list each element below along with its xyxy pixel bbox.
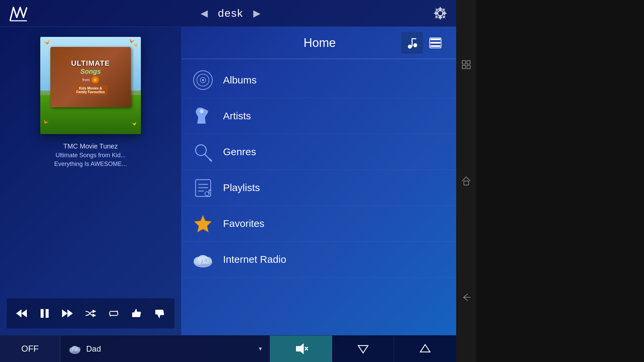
- home-header: Home: [181, 27, 456, 59]
- svg-rect-9: [155, 310, 157, 314]
- svg-point-11: [413, 43, 417, 47]
- svg-point-21: [202, 79, 204, 81]
- playback-controls: [7, 298, 174, 328]
- mute-button[interactable]: [270, 336, 332, 362]
- settings-button[interactable]: [431, 4, 449, 22]
- svg-marker-33: [195, 216, 211, 232]
- svg-rect-52: [462, 65, 466, 69]
- album-art-line3: from: [83, 78, 90, 82]
- status-bar: OFF ♪ Dad ▼: [0, 335, 456, 362]
- svg-point-23: [196, 145, 206, 156]
- left-panel: ULTIMATE Songs from O Kids Movies & Fami…: [0, 27, 181, 335]
- main-app: ◀ desk ▶: [0, 0, 456, 362]
- shuffle-button[interactable]: [83, 305, 99, 322]
- svg-rect-4: [41, 309, 44, 318]
- nav-center: ◀ desk ▶: [201, 7, 261, 19]
- svg-rect-54: [464, 181, 469, 185]
- svg-rect-15: [430, 42, 440, 44]
- svg-marker-45: [296, 344, 304, 354]
- track-title: Everything Is AWESOME...: [13, 161, 168, 168]
- off-button[interactable]: OFF: [0, 336, 60, 362]
- content-area: ULTIMATE Songs from O Kids Movies & Fami…: [0, 27, 456, 335]
- svg-marker-2: [21, 309, 27, 317]
- svg-point-22: [200, 109, 204, 113]
- svg-marker-48: [358, 346, 368, 353]
- genres-icon: [191, 140, 215, 164]
- album-art-oz: O: [92, 76, 99, 83]
- playlists-icon: [191, 176, 215, 199]
- svg-rect-51: [467, 61, 470, 64]
- thumbs-down-button[interactable]: [151, 305, 168, 322]
- track-info: TMC Movie Tunez Ultimate Songs from Kid.…: [7, 142, 174, 168]
- svg-rect-12: [412, 38, 413, 47]
- svg-rect-50: [462, 61, 466, 64]
- android-home-button[interactable]: [461, 176, 472, 186]
- zone-name: desk: [218, 7, 244, 19]
- albums-label: Albums: [223, 74, 257, 86]
- repeat-button[interactable]: [105, 305, 122, 322]
- zone-dropdown-icon: ▼: [258, 346, 263, 352]
- android-nav-sidebar: [456, 0, 476, 362]
- internet-radio-label: Internet Radio: [223, 254, 286, 265]
- svg-marker-6: [62, 309, 67, 317]
- genres-label: Genres: [223, 146, 256, 158]
- down-arrow-button[interactable]: [332, 336, 394, 362]
- menu-item-albums[interactable]: Albums: [181, 62, 456, 98]
- rewind-button[interactable]: [13, 305, 30, 322]
- svg-point-10: [408, 45, 412, 49]
- right-panel: Home: [181, 27, 456, 335]
- header-icons: [401, 32, 446, 54]
- track-album: Ultimate Songs from Kid...: [13, 152, 168, 159]
- list-view-button[interactable]: [424, 32, 446, 54]
- android-settings-button[interactable]: [461, 59, 472, 70]
- prev-zone-button[interactable]: ◀: [201, 8, 208, 19]
- artists-label: Artists: [223, 110, 251, 122]
- svg-rect-32: [209, 190, 211, 191]
- home-title: Home: [238, 36, 401, 50]
- thumbs-up-button[interactable]: [128, 305, 145, 322]
- svg-point-43: [71, 346, 78, 351]
- svg-text:♫: ♫: [204, 257, 208, 262]
- menu-item-artists[interactable]: Artists: [181, 98, 456, 134]
- next-zone-button[interactable]: ▶: [253, 8, 261, 19]
- svg-marker-3: [16, 309, 21, 317]
- album-art-line5: Family Favourites: [76, 90, 105, 94]
- menu-list: Albums Artists: [181, 59, 456, 335]
- logo: [7, 3, 30, 23]
- off-label: OFF: [21, 344, 39, 354]
- top-bar: ◀ desk ▶: [0, 0, 456, 27]
- album-art-line1: ULTIMATE: [71, 59, 110, 68]
- svg-text:♪: ♪: [201, 258, 204, 265]
- album-art-line4: Kids Movies &: [76, 86, 105, 90]
- svg-marker-7: [67, 309, 73, 317]
- svg-line-25: [210, 160, 211, 161]
- menu-item-internet-radio[interactable]: ♪ ♫ Internet Radio: [181, 242, 456, 278]
- favorites-icon: [191, 212, 215, 235]
- album-art-line2: Songs: [80, 68, 101, 75]
- svg-rect-14: [430, 39, 440, 40]
- menu-item-favorites[interactable]: Favorites: [181, 206, 456, 242]
- album-art: ULTIMATE Songs from O Kids Movies & Fami…: [40, 37, 141, 134]
- svg-text:♪: ♪: [73, 348, 75, 352]
- favorites-label: Favorites: [223, 218, 264, 229]
- svg-marker-49: [420, 345, 430, 352]
- internet-radio-icon: ♪ ♫: [191, 248, 215, 271]
- up-arrow-button[interactable]: [394, 336, 456, 362]
- track-artist: TMC Movie Tunez: [13, 142, 168, 150]
- albums-icon: [191, 68, 215, 92]
- menu-item-genres[interactable]: Genres: [181, 134, 456, 170]
- zone-icon: ♪: [67, 341, 82, 356]
- svg-rect-16: [430, 45, 440, 47]
- pause-button[interactable]: [37, 305, 53, 322]
- svg-rect-53: [467, 65, 470, 69]
- svg-rect-5: [46, 309, 49, 318]
- zone-user: Dad: [86, 344, 258, 354]
- playlists-label: Playlists: [223, 182, 260, 193]
- android-back-button[interactable]: [461, 292, 472, 303]
- fast-forward-button[interactable]: [59, 305, 76, 322]
- music-view-button[interactable]: [401, 32, 423, 54]
- svg-rect-13: [412, 38, 416, 39]
- zone-selector[interactable]: ♪ Dad ▼: [60, 336, 270, 362]
- menu-item-playlists[interactable]: Playlists: [181, 170, 456, 206]
- artists-icon: [191, 104, 215, 128]
